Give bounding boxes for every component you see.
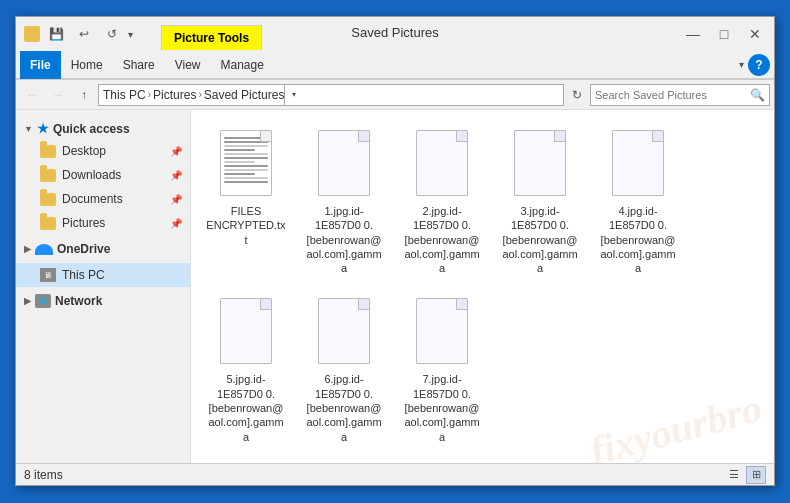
ribbon-collapse-btn[interactable]: ▾	[739, 59, 744, 70]
search-icon: 🔍	[750, 88, 765, 102]
file-icon	[606, 125, 670, 201]
sidebar-item-desktop-label: Desktop	[62, 144, 106, 158]
file-name: 7.jpg.id-1E857D0 0.[bebenrowan@ aol.com]…	[402, 372, 482, 443]
ribbon: File Home Share View Manage ▾ ?	[16, 51, 774, 80]
generic-page-icon	[416, 298, 468, 364]
window-icon	[24, 26, 40, 42]
item-count: 8 items	[24, 468, 63, 482]
list-item[interactable]: 6.jpg.id-1E857D0 0.[bebenrowan@ aol.com]…	[299, 288, 389, 448]
file-name: 5.jpg.id-1E857D0 0.[bebenrowan@ aol.com]…	[206, 372, 286, 443]
sidebar-item-documents-label: Documents	[62, 192, 123, 206]
file-icon	[410, 293, 474, 369]
sidebar-item-downloads[interactable]: Downloads 📌	[16, 163, 190, 187]
quick-access-expand-icon: ▼	[24, 124, 33, 134]
sidebar-item-downloads-label: Downloads	[62, 168, 121, 182]
list-item[interactable]: 3.jpg.id-1E857D0 0.[bebenrowan@ aol.com]…	[495, 120, 585, 280]
list-view-button[interactable]: ☰	[724, 466, 744, 484]
pin-icon: 📌	[170, 218, 182, 229]
redo-btn[interactable]: ↺	[100, 22, 124, 46]
onedrive-header[interactable]: ▶ OneDrive	[16, 239, 190, 259]
address-path[interactable]: This PC › Pictures › Saved Pictures ▾	[98, 84, 564, 106]
list-item[interactable]: 2.jpg.id-1E857D0 0.[bebenrowan@ aol.com]…	[397, 120, 487, 280]
file-icon	[312, 125, 376, 201]
generic-page-icon	[416, 130, 468, 196]
network-label: Network	[55, 294, 102, 308]
up-button[interactable]: ↑	[72, 83, 96, 107]
thispc-icon: 🖥	[40, 268, 56, 282]
sidebar-section-onedrive: ▶ OneDrive	[16, 239, 190, 259]
search-input[interactable]	[595, 89, 746, 101]
title-bar: 💾 ↩ ↺ ▾ Picture Tools Saved Pictures — □…	[16, 17, 774, 51]
tab-home[interactable]: Home	[61, 51, 113, 79]
network-icon: 🌐	[35, 294, 51, 308]
quick-access-header[interactable]: ▼ ★ Quick access	[16, 118, 190, 139]
tab-manage[interactable]: Manage	[211, 51, 274, 79]
back-button[interactable]: ←	[20, 83, 44, 107]
sidebar-section-thispc: 🖥 This PC	[16, 263, 190, 287]
sidebar-item-pictures[interactable]: Pictures 📌	[16, 211, 190, 235]
file-icon	[410, 125, 474, 201]
tab-share[interactable]: Share	[113, 51, 165, 79]
sidebar-section-network: ▶ 🌐 Network	[16, 291, 190, 311]
path-saved-pictures: Saved Pictures	[204, 88, 285, 102]
folder-icon	[40, 169, 56, 182]
tab-file[interactable]: File	[20, 51, 61, 79]
list-item[interactable]: 4.jpg.id-1E857D0 0.[bebenrowan@ aol.com]…	[593, 120, 683, 280]
minimize-button[interactable]: —	[678, 21, 708, 47]
window-controls: — □ ✕	[678, 17, 774, 51]
folder-icon	[40, 217, 56, 230]
file-name: 6.jpg.id-1E857D0 0.[bebenrowan@ aol.com]…	[304, 372, 384, 443]
file-name: 4.jpg.id-1E857D0 0.[bebenrowan@ aol.com]…	[598, 204, 678, 275]
sidebar-item-desktop[interactable]: Desktop 📌	[16, 139, 190, 163]
tile-view-button[interactable]: ⊞	[746, 466, 766, 484]
pin-icon: 📌	[170, 170, 182, 181]
folder-icon	[40, 193, 56, 206]
file-name: FILES ENCRYPTED.txt	[206, 204, 286, 247]
file-icon	[312, 293, 376, 369]
list-item[interactable]: 1.jpg.id-1E857D0 0.[bebenrowan@ aol.com]…	[299, 120, 389, 280]
sidebar: ▼ ★ Quick access Desktop 📌 Downloads 📌 D…	[16, 110, 191, 463]
title-bar-left: 💾 ↩ ↺ ▾	[16, 17, 141, 51]
quick-save-btn[interactable]: 💾	[44, 22, 68, 46]
file-icon	[214, 293, 278, 369]
path-dropdown-btn[interactable]: ▾	[284, 84, 302, 106]
customize-qat-btn[interactable]: ▾	[128, 29, 133, 40]
sidebar-item-thispc-label: This PC	[62, 268, 105, 282]
file-icon	[214, 125, 278, 201]
list-item[interactable]: 7.jpg.id-1E857D0 0.[bebenrowan@ aol.com]…	[397, 288, 487, 448]
sidebar-item-documents[interactable]: Documents 📌	[16, 187, 190, 211]
onedrive-expand-icon: ▶	[24, 244, 31, 254]
window-title: Saved Pictures	[351, 25, 438, 40]
maximize-button[interactable]: □	[709, 21, 739, 47]
generic-page-icon	[318, 130, 370, 196]
path-thispc: This PC	[103, 88, 146, 102]
forward-button[interactable]: →	[46, 83, 70, 107]
ribbon-help-area: ▾ ?	[739, 54, 770, 76]
generic-page-icon	[220, 298, 272, 364]
refresh-button[interactable]: ↻	[566, 84, 588, 106]
picture-tools-tab[interactable]: Picture Tools	[161, 25, 262, 51]
pin-icon: 📌	[170, 194, 182, 205]
sidebar-item-pictures-label: Pictures	[62, 216, 105, 230]
path-pictures: Pictures	[153, 88, 196, 102]
list-item[interactable]: 5.jpg.id-1E857D0 0.[bebenrowan@ aol.com]…	[201, 288, 291, 448]
help-button[interactable]: ?	[748, 54, 770, 76]
generic-page-icon	[612, 130, 664, 196]
generic-page-icon	[514, 130, 566, 196]
file-name: 2.jpg.id-1E857D0 0.[bebenrowan@ aol.com]…	[402, 204, 482, 275]
close-button[interactable]: ✕	[740, 21, 770, 47]
file-name: 1.jpg.id-1E857D0 0.[bebenrowan@ aol.com]…	[304, 204, 384, 275]
status-bar: 8 items ☰ ⊞	[16, 463, 774, 485]
quick-access-star-icon: ★	[37, 121, 49, 136]
pin-icon: 📌	[170, 146, 182, 157]
tab-view[interactable]: View	[165, 51, 211, 79]
file-grid: FILES ENCRYPTED.txt 1.jpg.id-1E857D0 0.[…	[201, 120, 764, 449]
network-header[interactable]: ▶ 🌐 Network	[16, 291, 190, 311]
search-box[interactable]: 🔍	[590, 84, 770, 106]
onedrive-icon	[35, 244, 53, 255]
address-bar: ← → ↑ This PC › Pictures › Saved Picture…	[16, 80, 774, 110]
sidebar-item-thispc[interactable]: 🖥 This PC	[16, 263, 190, 287]
file-icon	[508, 125, 572, 201]
list-item[interactable]: FILES ENCRYPTED.txt	[201, 120, 291, 280]
undo-btn[interactable]: ↩	[72, 22, 96, 46]
